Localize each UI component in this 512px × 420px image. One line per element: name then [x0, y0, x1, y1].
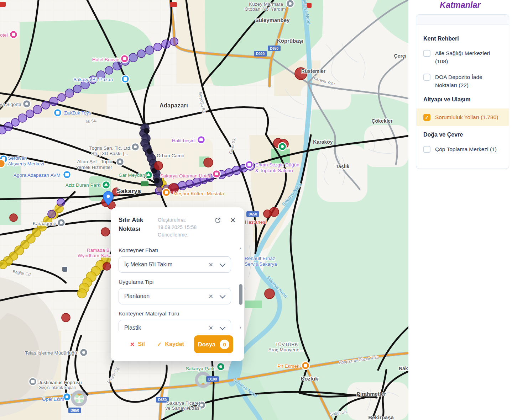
- file-label: Dosya: [198, 341, 216, 348]
- svg-text:Sakarya Ottoman Hotel: Sakarya Ottoman Hotel: [160, 173, 210, 179]
- checkbox-checked-icon[interactable]: ✓: [423, 114, 430, 121]
- station-marker-icon: [62, 266, 68, 272]
- layer-label: DOA Depozito İade Noktaları (22): [435, 73, 502, 90]
- checkbox-unchecked-icon[interactable]: [423, 146, 430, 153]
- scrollbar-thumb[interactable]: [239, 284, 242, 305]
- created-label: Oluşturulma:: [158, 216, 197, 224]
- svg-text:Servis Sakarya: Servis Sakarya: [245, 261, 277, 267]
- field-label-materyal-turu: Konteyner Materyal Türü: [119, 310, 231, 317]
- layer-row-doa-depozito[interactable]: DOA Depozito İade Noktaları (22): [423, 73, 502, 90]
- section-kent-rehberi: Kent Rehberi: [423, 36, 502, 42]
- materyal-turu-select[interactable]: Plastik ✕: [119, 320, 231, 331]
- svg-text:Sakarya Ticaret: Sakarya Ticaret: [167, 400, 200, 406]
- svg-text:Sakarya Park: Sakarya Park: [186, 366, 214, 371]
- svg-text:Meşhur Köfteci Mustafa: Meşhur Köfteci Mustafa: [173, 191, 224, 196]
- svg-text:Karaagene: Karaagene: [33, 221, 56, 226]
- file-button[interactable]: Dosya 0: [194, 335, 233, 353]
- svg-text:D650: D650: [158, 398, 167, 402]
- svg-text:Ramada B: Ramada B: [87, 248, 110, 253]
- delete-label: Sil: [138, 341, 145, 347]
- clear-icon[interactable]: ✕: [207, 293, 215, 300]
- svg-text:Kozluk: Kozluk: [301, 376, 318, 382]
- scroll-down-icon[interactable]: ▼: [239, 326, 242, 329]
- uygulama-tipi-value: Planlanan: [124, 293, 207, 299]
- clear-icon[interactable]: ✕: [207, 261, 215, 268]
- konteyner-ebati-value: İç Mekan 5'li Takım: [124, 261, 207, 268]
- svg-text:Renault Ernaz: Renault Ernaz: [245, 256, 275, 261]
- svg-text:Adapazarı: Adapazarı: [160, 102, 188, 108]
- layer-row-cop-toplama[interactable]: Çöp Toplama Merkezi (1): [423, 145, 502, 153]
- expand-icon[interactable]: [214, 217, 221, 224]
- close-icon[interactable]: ✕: [229, 217, 236, 224]
- shield-green: [141, 181, 148, 186]
- checkbox-unchecked-icon[interactable]: [423, 50, 430, 57]
- svg-text:Pir Ekmek: Pir Ekmek: [277, 363, 299, 369]
- chevron-down-icon[interactable]: [220, 293, 226, 299]
- svg-text:Gar Meydanı: Gar Meydanı: [119, 172, 146, 178]
- materyal-turu-value: Plastik: [124, 325, 207, 331]
- svg-text:Justinianus Köprüsü: Justinianus Köprüsü: [38, 380, 82, 385]
- svg-text:Togris San. Tic. Ltd.: Togris San. Tic. Ltd.: [89, 145, 132, 151]
- konteyner-ebati-select[interactable]: İç Mekan 5'li Takım ✕: [119, 256, 231, 273]
- layer-label: Sorumluluk Yolları (1.780): [435, 113, 498, 121]
- svg-text:Halit beşiril: Halit beşiril: [172, 138, 195, 143]
- layers-card-header: [416, 15, 509, 25]
- uygulama-tipi-select[interactable]: Planlanan ✕: [119, 288, 231, 304]
- chevron-down-icon[interactable]: [220, 324, 226, 330]
- svg-text:Orhan Camii: Orhan Camii: [157, 153, 184, 158]
- field-label-konteyner-ebati: Konteyner Ebatı: [119, 247, 231, 254]
- layer-row-aile-sagligi[interactable]: Aile Sağlığı Merkezleri (108): [423, 49, 502, 66]
- svg-text:Çökekler: Çökekler: [371, 118, 393, 124]
- svg-text:otel: otel: [0, 32, 8, 38]
- svg-text:Taşlık: Taşlık: [336, 164, 350, 169]
- svg-text:Kuzey Marmara: Kuzey Marmara: [249, 1, 283, 7]
- popup-scrollbar[interactable]: ▲ ▼: [238, 247, 243, 329]
- svg-text:Yemek Hizmetler: Yemek Hizmetler: [76, 165, 112, 170]
- svg-text:Bekirpaşa: Bekirpaşa: [368, 414, 394, 420]
- section-doga-cevre: Doğa ve Çevre: [423, 132, 502, 138]
- svg-text:& Toplantı Salonu: & Toplantı Salonu: [255, 168, 293, 173]
- save-check-icon: ✓: [157, 341, 162, 348]
- svg-text:Süleymanbey: Süleymanbey: [255, 17, 290, 23]
- field-label-uygulama-tipi: Uygulama Tipi: [119, 279, 231, 285]
- svg-text:Rüstemler: Rüstemler: [301, 68, 326, 74]
- shield-d100: D100: [206, 376, 219, 382]
- shield-d650-2: D650: [246, 211, 259, 217]
- chevron-down-icon[interactable]: [220, 261, 226, 267]
- clear-icon[interactable]: ✕: [207, 325, 215, 331]
- popup-title: Sıfır Atık Noktası: [119, 216, 156, 233]
- scroll-up-icon[interactable]: ▲: [239, 247, 242, 250]
- svg-text:Altan Şef - Toplu: Altan Şef - Toplu: [77, 159, 113, 164]
- svg-text:D650: D650: [249, 212, 257, 216]
- svg-text:D020: D020: [256, 52, 265, 56]
- svg-text:D100: D100: [208, 377, 217, 381]
- svg-text:ve Sanayi Odası: ve Sanayi Odası: [165, 405, 200, 411]
- layer-row-sorumluluk-yollari[interactable]: ✓ Sorumluluk Yolları (1.780): [416, 108, 509, 126]
- delete-button[interactable]: ✕ Sil: [128, 341, 147, 348]
- svg-text:Nak: Nak: [399, 366, 408, 371]
- file-count-badge: 0: [220, 340, 229, 349]
- section-altyapi-ulasim: Altyapı ve Ulaşım: [423, 96, 502, 103]
- svg-text:Hotel Bonvie: Hotel Bonvie: [92, 57, 120, 62]
- popup-form-scroll-area[interactable]: Konteyner Ebatı İç Mekan 5'li Takım ✕ Uy…: [111, 245, 244, 331]
- svg-text:Geçici olarak kapalı: Geçici olarak kapalı: [38, 385, 76, 390]
- feature-popup: Sıfır Atık Noktası Oluşturulma: 19.09.20…: [111, 207, 244, 361]
- save-label: Kaydet: [165, 341, 184, 347]
- svg-text:Köprübaşı: Köprübaşı: [277, 38, 303, 44]
- layer-label: Çöp Toplama Merkezi (1): [435, 145, 497, 153]
- svg-text:D650: D650: [270, 47, 278, 50]
- layers-panel: Katmanlar Kent Rehberi Aile Sağlığı Merk…: [408, 0, 512, 420]
- svg-text:D650: D650: [70, 409, 79, 413]
- svg-text:Karaköy: Karaköy: [313, 139, 333, 145]
- updated-label: Güncellenme:: [158, 231, 197, 239]
- svg-text:Çerçi: Çerçi: [394, 53, 406, 59]
- svg-text:Araç Muayene...: Araç Muayene...: [268, 347, 303, 352]
- save-button[interactable]: ✓ Kaydet: [155, 341, 186, 348]
- svg-text:Sakarya: Sakarya: [117, 188, 141, 195]
- svg-text:Hastanesi: Hastanesi: [245, 219, 266, 225]
- svg-text:Serdivan: Serdivan: [8, 155, 27, 161]
- checkbox-unchecked-icon[interactable]: [423, 74, 430, 81]
- layers-card: Kent Rehberi Aile Sağlığı Merkezleri (10…: [416, 14, 509, 169]
- layer-label: Aile Sağlığı Merkezleri (108): [435, 49, 502, 66]
- delete-x-icon: ✕: [130, 341, 135, 348]
